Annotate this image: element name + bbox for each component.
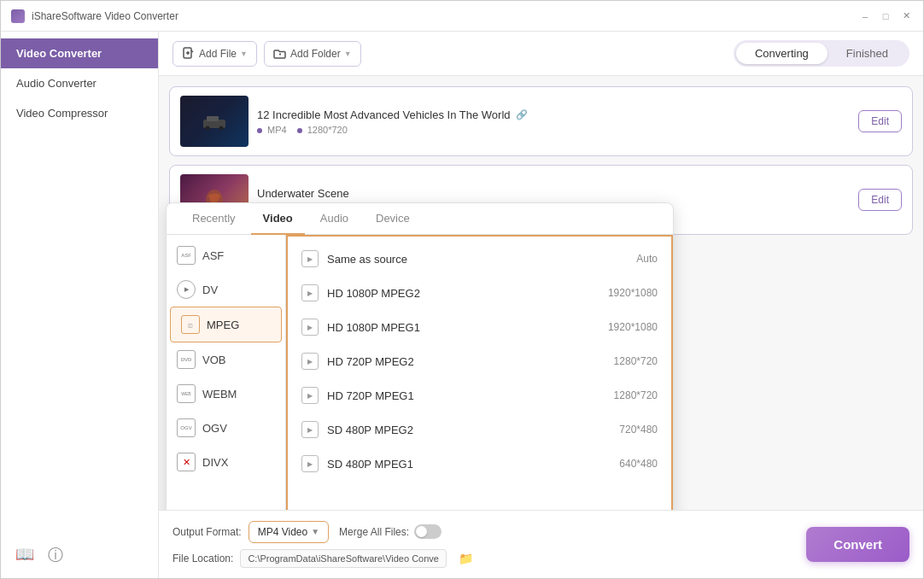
quality-icon-hd1080mpeg2: ▶ [301, 284, 319, 301]
file-name-1: 12 Incredible Most Advanced Vehicles In … [257, 108, 850, 121]
quality-icon-hd720mpeg2: ▶ [301, 353, 319, 370]
sidebar-item-video-compressor[interactable]: Video Compressor [1, 98, 158, 128]
browse-folder-button[interactable]: 📁 [453, 548, 478, 569]
ogv-format-icon: OGV [177, 418, 196, 437]
file-resolution-1: 1280*720 [297, 125, 348, 135]
merge-toggle-switch[interactable] [414, 524, 442, 539]
merge-files-label: Merge All Files: [339, 526, 409, 538]
file-thumb-1 [180, 96, 249, 147]
tab-group: Converting Finished [734, 40, 909, 67]
bottom-row-1: Output Format: MP4 Video ▼ Merge All Fil… [173, 521, 792, 543]
file-format-1: MP4 [257, 125, 287, 135]
bottom-bar-inner: Output Format: MP4 Video ▼ Merge All Fil… [173, 521, 792, 569]
file-meta-1: MP4 1280*720 [257, 125, 850, 135]
quality-list: ▶ Same as source Auto ▶ HD 1080P MPEG2 1… [286, 235, 673, 510]
format-item-webm[interactable]: WEB WEBM [167, 377, 285, 411]
quality-icon-sd480mpeg2: ▶ [301, 421, 319, 438]
quality-sd-480p-mpeg2[interactable]: ▶ SD 480P MPEG2 720*480 [288, 412, 671, 447]
quality-icon-sd480mpeg1: ▶ [301, 455, 319, 472]
format-item-ogv[interactable]: OGV OGV [167, 411, 285, 445]
thumbnail-vehicles [180, 96, 249, 147]
convert-button[interactable]: Convert [806, 527, 909, 562]
asf-format-icon: ASF [177, 246, 196, 265]
format-list: ASF ASF ▶ DV ◫ MPEG [167, 235, 286, 510]
output-format-field: Output Format: MP4 Video ▼ [173, 521, 329, 543]
quality-same-as-source[interactable]: ▶ Same as source Auto [288, 242, 671, 276]
format-tab-recently[interactable]: Recently [180, 203, 248, 235]
top-bar-actions: Add File ▼ Add Folder ▼ [173, 41, 361, 67]
minimize-button[interactable]: – [858, 9, 872, 23]
bottom-bar: Output Format: MP4 Video ▼ Merge All Fil… [159, 510, 923, 578]
dv-format-icon: ▶ [177, 280, 196, 299]
window-title: iShareSoftware Video Converter [32, 10, 178, 22]
file-actions-2: Edit [858, 189, 902, 211]
add-file-dropdown-arrow: ▼ [240, 50, 248, 58]
quality-hd-1080p-mpeg1[interactable]: ▶ HD 1080P MPEG1 1920*1080 [288, 310, 671, 344]
webm-format-icon: WEB [177, 384, 196, 403]
vob-format-icon: DVD [177, 350, 196, 369]
format-tabs: Recently Video Audio Device [167, 203, 673, 235]
app-window: iShareSoftware Video Converter – □ ✕ Vid… [0, 0, 924, 579]
top-bar: Add File ▼ Add Folder ▼ [159, 32, 923, 76]
tab-finished[interactable]: Finished [828, 43, 907, 64]
format-body: ASF ASF ▶ DV ◫ MPEG [167, 235, 673, 510]
format-item-vob[interactable]: DVD VOB [167, 342, 285, 377]
files-area: 12 Incredible Most Advanced Vehicles In … [159, 76, 923, 510]
add-folder-icon [273, 47, 287, 61]
merge-files-field: Merge All Files: [339, 524, 442, 539]
quality-hd-720p-mpeg2[interactable]: ▶ HD 720P MPEG2 1280*720 [288, 344, 671, 378]
file-path-display: C:\ProgramData\iShareSoftware\Video Conv… [240, 549, 447, 568]
format-tab-video[interactable]: Video [251, 203, 305, 235]
format-dropdown-panel: Recently Video Audio Device [166, 202, 674, 510]
tab-converting[interactable]: Converting [736, 43, 828, 64]
file-info-1: 12 Incredible Most Advanced Vehicles In … [257, 108, 850, 135]
add-folder-button[interactable]: Add Folder ▼ [264, 41, 361, 67]
content-area: Add File ▼ Add Folder ▼ [159, 32, 923, 578]
bottom-row-2: File Location: C:\ProgramData\iShareSoft… [173, 548, 792, 569]
output-format-select[interactable]: MP4 Video ▼ [249, 521, 329, 543]
window-controls: – □ ✕ [858, 9, 913, 23]
title-bar: iShareSoftware Video Converter – □ ✕ [1, 1, 923, 32]
quality-icon-hd720mpeg1: ▶ [301, 387, 319, 404]
title-bar-left: iShareSoftware Video Converter [11, 9, 178, 23]
format-tab-audio[interactable]: Audio [308, 203, 360, 235]
file-location-label: File Location: [173, 553, 233, 564]
bookmarks-icon[interactable]: 📖 [15, 545, 34, 565]
sidebar: Video Converter Audio Converter Video Co… [1, 32, 159, 578]
app-icon [11, 9, 25, 23]
mpeg-format-icon: ◫ [181, 315, 200, 334]
quality-icon-hd1080mpeg1: ▶ [301, 319, 319, 336]
quality-icon-same: ▶ [301, 250, 319, 267]
output-format-value: MP4 Video [258, 526, 307, 538]
add-file-icon [182, 47, 196, 61]
output-format-label: Output Format: [173, 526, 242, 538]
toggle-knob [416, 526, 427, 537]
format-tab-device[interactable]: Device [364, 203, 422, 235]
add-file-button[interactable]: Add File ▼ [173, 41, 257, 67]
svg-rect-2 [207, 116, 219, 121]
format-select-arrow: ▼ [311, 527, 319, 536]
file-actions-1: Edit [858, 110, 902, 132]
file-location-field: File Location: C:\ProgramData\iShareSoft… [173, 548, 478, 569]
main-layout: Video Converter Audio Converter Video Co… [1, 32, 923, 578]
file-name-2: Underwater Scene [257, 187, 850, 200]
format-item-mpeg[interactable]: ◫ MPEG [170, 307, 282, 342]
file-item-1: 12 Incredible Most Advanced Vehicles In … [169, 86, 913, 156]
quality-hd-720p-mpeg1[interactable]: ▶ HD 720P MPEG1 1280*720 [288, 378, 671, 412]
close-button[interactable]: ✕ [899, 9, 913, 23]
format-item-dv[interactable]: ▶ DV [167, 272, 285, 307]
file-link-icon-1[interactable]: 🔗 [516, 109, 528, 120]
format-item-asf[interactable]: ASF ASF [167, 238, 285, 272]
quality-sd-480p-mpeg1[interactable]: ▶ SD 480P MPEG1 640*480 [288, 447, 671, 481]
maximize-button[interactable]: □ [879, 9, 892, 23]
edit-button-2[interactable]: Edit [858, 189, 902, 211]
divx-format-icon: ✕ [177, 453, 196, 471]
add-folder-dropdown-arrow: ▼ [344, 50, 352, 58]
help-icon[interactable]: ⓘ [48, 545, 63, 565]
format-item-divx[interactable]: ✕ DIVX [167, 445, 285, 479]
edit-button-1[interactable]: Edit [858, 110, 902, 132]
sidebar-item-audio-converter[interactable]: Audio Converter [1, 68, 158, 98]
sidebar-item-video-converter[interactable]: Video Converter [1, 38, 158, 68]
quality-hd-1080p-mpeg2[interactable]: ▶ HD 1080P MPEG2 1920*1080 [288, 276, 671, 310]
